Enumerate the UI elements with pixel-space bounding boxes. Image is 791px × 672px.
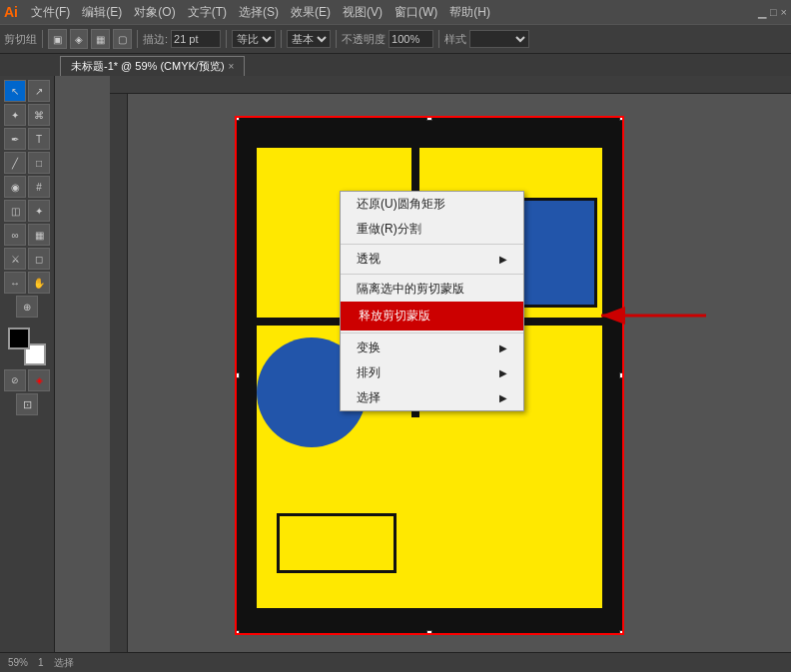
ctx-perspective[interactable]: 透视 ▶ <box>341 247 523 272</box>
color-box <box>8 328 46 365</box>
direct-select-tool[interactable]: ↗ <box>28 80 50 102</box>
ctx-arrange-arrow: ▶ <box>499 367 507 378</box>
ctx-perspective-label: 透视 <box>357 251 381 268</box>
tool-row-1: ↖ ↗ <box>4 80 50 102</box>
toolbar-separator-3 <box>226 30 227 48</box>
hand-tool[interactable]: ✋ <box>28 272 50 294</box>
rect-tool[interactable]: □ <box>28 152 50 174</box>
window-maximize[interactable]: □ <box>770 6 777 19</box>
tab-title: 未标题-1* @ 59% (CMYK/预览) <box>71 59 225 74</box>
left-toolbar: ↖ ↗ ✦ ⌘ ✒ T ╱ □ ◉ # ◫ ✦ ∞ ▦ ⚔ ◻ <box>0 76 55 672</box>
lasso-tool[interactable]: ⌘ <box>28 104 50 126</box>
tool-mode3[interactable]: ▦ <box>91 29 110 49</box>
ctx-sep-3 <box>341 333 523 334</box>
menu-view[interactable]: 视图(V) <box>338 2 388 23</box>
toolbar-separator-2 <box>137 30 138 48</box>
tool-row-7: ∞ ▦ <box>4 224 50 246</box>
eraser-tool[interactable]: ◻ <box>28 248 50 270</box>
style-right-select[interactable] <box>469 30 529 48</box>
window-close[interactable]: × <box>781 6 787 19</box>
tool-row-10: ⊕ <box>16 296 38 318</box>
zoom-tool[interactable]: ⊕ <box>16 296 38 318</box>
menu-help[interactable]: 帮助(H) <box>444 2 495 23</box>
opacity-input[interactable] <box>389 30 433 48</box>
tab-bar: 未标题-1* @ 59% (CMYK/预览) × <box>0 54 791 76</box>
foreground-color[interactable] <box>8 328 30 349</box>
tool-row-3: ✒ T <box>4 128 50 150</box>
tool-mode4[interactable]: ▢ <box>113 29 132 49</box>
art-border-left <box>237 118 257 633</box>
blend-tool[interactable]: ∞ <box>4 224 26 246</box>
ctx-redo-label: 重做(R)分割 <box>357 221 421 238</box>
handle-tr <box>619 116 624 121</box>
menu-effect[interactable]: 效果(E) <box>286 2 336 23</box>
tool-name-label: 剪切组 <box>4 32 37 47</box>
eyedropper-tool[interactable]: ✦ <box>28 200 50 222</box>
annotation-arrow <box>591 296 711 339</box>
tool-row-5: ◉ # <box>4 176 50 198</box>
ctx-select-arrow: ▶ <box>499 392 507 403</box>
ctx-release-mask-label: 释放剪切蒙版 <box>359 308 430 325</box>
toolbar-separator-4 <box>281 30 282 48</box>
chart-tool[interactable]: ▦ <box>28 224 50 246</box>
menu-file[interactable]: 文件(F) <box>26 2 75 23</box>
canvas-area[interactable]: 还原(U)圆角矩形 重做(R)分割 透视 ▶ 隔离选中的剪切蒙版 释放剪切蒙版 … <box>55 76 791 672</box>
app-logo: Ai <box>4 4 18 20</box>
toolbar-separator-5 <box>336 30 337 48</box>
ratio-select[interactable]: 等比 <box>232 30 276 48</box>
select-tool[interactable]: ↖ <box>4 80 26 102</box>
page-number: 1 <box>38 657 44 668</box>
line-tool[interactable]: ╱ <box>4 152 26 174</box>
border-label: 描边: <box>143 32 168 47</box>
tool-select-mode[interactable]: ▣ <box>48 29 67 49</box>
main-area: ↖ ↗ ✦ ⌘ ✒ T ╱ □ ◉ # ◫ ✦ ∞ ▦ ⚔ ◻ <box>0 76 791 672</box>
ctx-transform[interactable]: 变换 ▶ <box>341 336 523 360</box>
color-mode[interactable]: ◈ <box>28 369 50 391</box>
opacity-label: 不透明度 <box>342 32 386 47</box>
ctx-undo[interactable]: 还原(U)圆角矩形 <box>341 192 523 217</box>
style-select[interactable]: 基本 <box>287 30 331 48</box>
ctx-perspective-arrow: ▶ <box>499 254 507 265</box>
screen-mode[interactable]: ⊡ <box>16 393 38 415</box>
ctx-release-mask[interactable]: 释放剪切蒙版 <box>341 302 523 331</box>
context-menu: 还原(U)圆角矩形 重做(R)分割 透视 ▶ 隔离选中的剪切蒙版 释放剪切蒙版 … <box>340 191 524 411</box>
gradient-tool[interactable]: ◫ <box>4 200 26 222</box>
pen-tool[interactable]: ✒ <box>4 128 26 150</box>
ctx-transform-arrow: ▶ <box>499 342 507 353</box>
size-input[interactable] <box>171 30 221 48</box>
active-tab[interactable]: 未标题-1* @ 59% (CMYK/预览) × <box>60 56 245 76</box>
ctx-arrange[interactable]: 排列 ▶ <box>341 360 523 385</box>
slice-tool[interactable]: ⚔ <box>4 248 26 270</box>
menu-edit[interactable]: 编辑(E) <box>77 2 127 23</box>
window-minimize[interactable]: ▁ <box>758 6 766 19</box>
toolbar: 剪切组 ▣ ◈ ▦ ▢ 描边: 等比 基本 不透明度 样式 <box>0 24 791 54</box>
tab-close-button[interactable]: × <box>229 61 235 72</box>
ctx-sep-2 <box>341 274 523 275</box>
ctx-undo-label: 还原(U)圆角矩形 <box>357 196 445 213</box>
menu-select[interactable]: 选择(S) <box>234 2 284 23</box>
fill-none[interactable]: ⊘ <box>4 369 26 391</box>
tool-row-4: ╱ □ <box>4 152 50 174</box>
ctx-isolate-mask[interactable]: 隔离选中的剪切蒙版 <box>341 277 523 302</box>
handle-bl <box>235 630 240 635</box>
ctx-arrange-label: 排列 <box>357 364 381 381</box>
magic-wand-tool[interactable]: ✦ <box>4 104 26 126</box>
scale-tool[interactable]: ↔ <box>4 272 26 294</box>
type-tool[interactable]: T <box>28 128 50 150</box>
menu-text[interactable]: 文字(T) <box>183 2 232 23</box>
tool-row-2: ✦ ⌘ <box>4 104 50 126</box>
paint-tool[interactable]: ◉ <box>4 176 26 198</box>
mesh-tool[interactable]: # <box>28 176 50 198</box>
handle-tl <box>235 116 240 121</box>
menu-window[interactable]: 窗口(W) <box>390 2 442 23</box>
ctx-select[interactable]: 选择 ▶ <box>341 385 523 410</box>
handle-tm <box>426 116 432 121</box>
toolbar-separator-1 <box>42 30 43 48</box>
style-label: 样式 <box>444 32 466 47</box>
menu-object[interactable]: 对象(O) <box>129 2 180 23</box>
ctx-select-label: 选择 <box>357 389 381 406</box>
tool-row-6: ◫ ✦ <box>4 200 50 222</box>
zoom-level: 59% <box>8 657 28 668</box>
ctx-redo[interactable]: 重做(R)分割 <box>341 217 523 242</box>
tool-mode2[interactable]: ◈ <box>70 29 88 49</box>
